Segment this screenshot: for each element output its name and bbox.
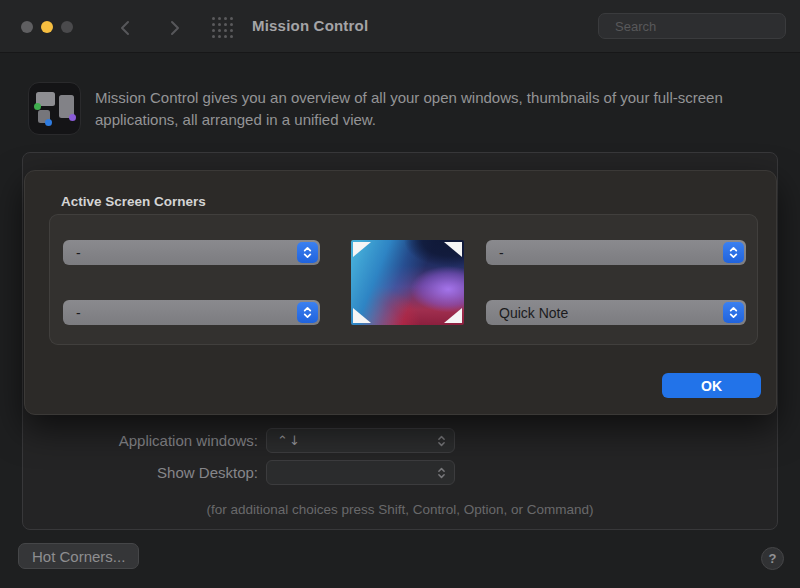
- titlebar: Mission Control: [0, 0, 800, 53]
- mission-control-preferences-window: Mission Control Mission Control gives yo…: [0, 0, 800, 588]
- corner-marker-bottom-right: [444, 308, 462, 323]
- chevron-up-down-icon: [728, 245, 739, 260]
- application-windows-value: ⌃↓: [277, 433, 437, 448]
- bottom-left-corner-value: -: [76, 305, 320, 321]
- chevron-up-down-icon: [437, 434, 446, 448]
- chevron-up-down-icon: [302, 245, 313, 260]
- popup-stepper: [297, 302, 318, 323]
- purple-dot: [69, 114, 76, 121]
- top-right-corner-value: -: [499, 245, 746, 261]
- chevron-up-down-icon: [437, 466, 446, 480]
- green-dot: [34, 103, 41, 110]
- chevron-up-down-icon: [728, 305, 739, 320]
- search-input[interactable]: [613, 18, 793, 35]
- search-field[interactable]: [598, 13, 786, 39]
- corner-marker-bottom-left: [353, 308, 371, 323]
- desktop-preview-image: [351, 240, 464, 325]
- ok-button[interactable]: OK: [662, 373, 761, 398]
- minimize-window-button[interactable]: [41, 21, 53, 33]
- bottom-right-corner-popup[interactable]: Quick Note: [486, 300, 746, 325]
- sheet-title: Active Screen Corners: [61, 194, 206, 209]
- help-button[interactable]: ?: [761, 547, 784, 570]
- corner-marker-top-right: [444, 242, 462, 257]
- page-title: Mission Control: [252, 17, 368, 34]
- blue-dot: [45, 119, 52, 126]
- popup-stepper: [297, 242, 318, 263]
- hot-corners-button-label: Hot Corners...: [32, 548, 125, 565]
- modifier-keys-hint: (for additional choices press Shift, Con…: [22, 502, 778, 517]
- application-windows-dropdown[interactable]: ⌃↓: [266, 428, 455, 453]
- show-desktop-dropdown[interactable]: [266, 460, 455, 485]
- application-windows-label: Application windows:: [40, 432, 258, 449]
- top-left-corner-popup[interactable]: -: [63, 240, 320, 265]
- corners-groupbox: - -: [49, 214, 758, 345]
- close-window-button[interactable]: [21, 21, 33, 33]
- bottom-left-corner-popup[interactable]: -: [63, 300, 320, 325]
- corner-marker-top-left: [353, 242, 371, 257]
- chevron-up-down-icon: [302, 305, 313, 320]
- zoom-window-button[interactable]: [61, 21, 73, 33]
- description-text: Mission Control gives you an overview of…: [95, 87, 771, 131]
- bottom-right-corner-value: Quick Note: [499, 305, 746, 321]
- forward-button[interactable]: [164, 17, 186, 39]
- back-button[interactable]: [114, 17, 136, 39]
- top-left-corner-value: -: [76, 245, 320, 261]
- popup-stepper: [723, 302, 744, 323]
- chevron-right-icon: [170, 20, 180, 36]
- popup-stepper: [723, 242, 744, 263]
- top-right-corner-popup[interactable]: -: [486, 240, 746, 265]
- show-all-preferences-button[interactable]: [211, 16, 235, 40]
- chevron-left-icon: [120, 20, 130, 36]
- question-mark-icon: ?: [769, 551, 777, 566]
- hot-corners-button[interactable]: Hot Corners...: [18, 543, 139, 569]
- active-screen-corners-sheet: Active Screen Corners - -: [24, 170, 777, 415]
- mission-control-app-icon: [28, 82, 81, 135]
- show-desktop-label: Show Desktop:: [40, 464, 258, 481]
